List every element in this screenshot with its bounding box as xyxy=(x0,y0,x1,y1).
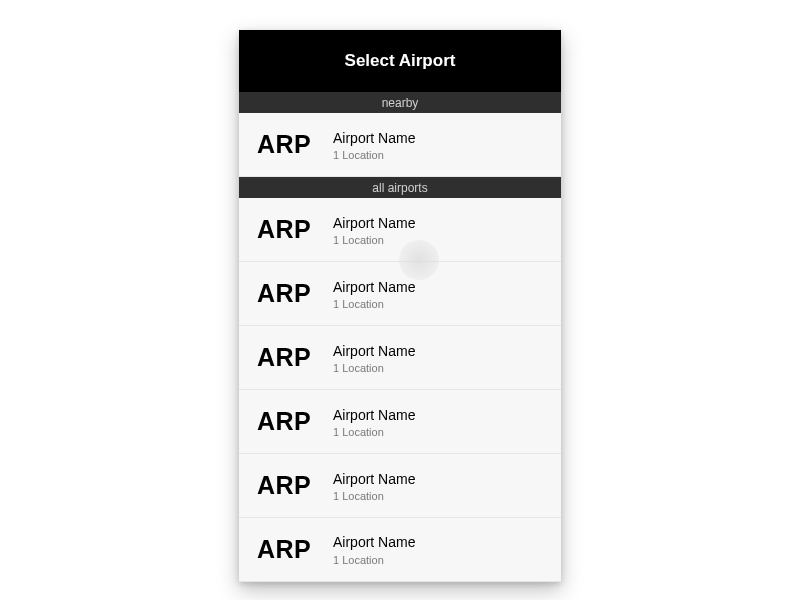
airport-code: ARP xyxy=(257,215,327,244)
section-header-label: all airports xyxy=(372,181,427,195)
airport-code: ARP xyxy=(257,535,327,564)
airport-code: ARP xyxy=(257,130,327,159)
airport-name: Airport Name xyxy=(333,533,415,551)
airport-details: Airport Name 1 Location xyxy=(333,214,415,246)
airport-location: 1 Location xyxy=(333,426,415,438)
airport-code: ARP xyxy=(257,471,327,500)
page-title: Select Airport xyxy=(345,51,456,71)
airport-details: Airport Name 1 Location xyxy=(333,406,415,438)
airport-code: ARP xyxy=(257,343,327,372)
phone-screen: Select Airport nearby ARP Airport Name 1… xyxy=(239,30,561,582)
airport-details: Airport Name 1 Location xyxy=(333,533,415,565)
airport-code: ARP xyxy=(257,407,327,436)
airport-name: Airport Name xyxy=(333,406,415,424)
header: Select Airport xyxy=(239,30,561,92)
airport-location: 1 Location xyxy=(333,298,415,310)
airport-name: Airport Name xyxy=(333,342,415,360)
section-header-nearby: nearby xyxy=(239,92,561,113)
airport-location: 1 Location xyxy=(333,362,415,374)
airport-row[interactable]: ARP Airport Name 1 Location xyxy=(239,454,561,518)
airport-row[interactable]: ARP Airport Name 1 Location xyxy=(239,518,561,582)
airport-name: Airport Name xyxy=(333,470,415,488)
airport-row[interactable]: ARP Airport Name 1 Location xyxy=(239,390,561,454)
airport-row[interactable]: ARP Airport Name 1 Location xyxy=(239,262,561,326)
airport-details: Airport Name 1 Location xyxy=(333,278,415,310)
airport-code: ARP xyxy=(257,279,327,308)
airport-name: Airport Name xyxy=(333,278,415,296)
airport-name: Airport Name xyxy=(333,214,415,232)
airport-details: Airport Name 1 Location xyxy=(333,342,415,374)
airport-location: 1 Location xyxy=(333,490,415,502)
airport-row[interactable]: ARP Airport Name 1 Location xyxy=(239,113,561,177)
airport-location: 1 Location xyxy=(333,234,415,246)
airport-details: Airport Name 1 Location xyxy=(333,470,415,502)
airport-location: 1 Location xyxy=(333,554,415,566)
airport-location: 1 Location xyxy=(333,149,415,161)
airport-row[interactable]: ARP Airport Name 1 Location xyxy=(239,198,561,262)
airport-row[interactable]: ARP Airport Name 1 Location xyxy=(239,326,561,390)
airport-details: Airport Name 1 Location xyxy=(333,129,415,161)
airport-name: Airport Name xyxy=(333,129,415,147)
section-header-all: all airports xyxy=(239,177,561,198)
section-header-label: nearby xyxy=(382,96,419,110)
